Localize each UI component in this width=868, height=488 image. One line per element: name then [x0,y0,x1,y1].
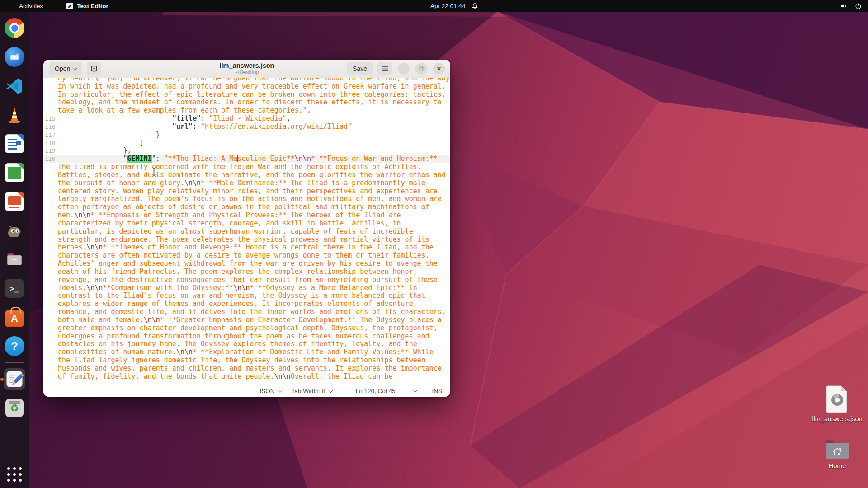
close-button[interactable] [433,63,445,75]
code-segment: revenge, and the destructive consequence… [58,276,438,284]
clock-button[interactable]: Apr 22 01:44 [430,0,478,12]
code-segment: **Comparison with the Odyssey:** [103,284,233,292]
menu-button[interactable] [377,62,392,75]
minimize-icon [401,66,406,71]
code-row[interactable]: death of his friend Patroclus. The poem … [43,268,450,276]
code-row[interactable]: contrast to the Iliad's focus on war and… [43,292,450,300]
input-mode: INS [432,388,442,394]
activities-button[interactable]: Activities [19,3,43,9]
show-apps-button[interactable] [7,467,22,482]
code-text: centered story. Women play relatively mi… [58,188,450,196]
code-row[interactable]: 116 "url": "https://en.wikipedia.org/wik… [43,123,450,131]
code-row[interactable]: ideals.\n\n**Comparison with the Odyssey… [43,284,450,292]
code-row[interactable]: characters are often motivated by a desi… [43,252,450,260]
code-row[interactable]: explores a wider range of themes and exp… [43,300,450,308]
code-row[interactable]: the pursuit of honor and glory.\n\n* **M… [43,179,450,188]
desktop-icon-home[interactable]: Home [803,438,868,469]
dock-item-chrome[interactable] [4,17,25,39]
code-text: explores a wider range of themes and exp… [58,300,450,308]
code-segment: \n\n [86,244,103,251]
maximize-button[interactable] [415,63,427,75]
code-row[interactable]: men.\n\n* **Emphasis on Strength and Phy… [43,211,450,220]
save-button[interactable]: Save [347,62,373,75]
dock-item-vlc[interactable] [4,104,25,126]
code-row[interactable]: In particular, the effect of epic litera… [43,91,450,99]
dock-item-vscode[interactable] [4,75,25,97]
open-button[interactable]: Open [49,62,82,75]
code-row[interactable]: by heart.\" [40]. So moreover, it can be… [43,78,450,83]
files-icon [5,250,24,269]
code-row[interactable]: both male and female.\n\n* **Greater Emp… [43,316,450,324]
dock-item-libreoffice-writer[interactable] [4,133,25,155]
code-row[interactable]: 119 }, [43,147,450,155]
code-row[interactable]: ideology, and the mindset of commanders.… [43,99,450,107]
dock-item-help[interactable]: ? [4,335,25,357]
code-segment: romance, and domestic life, and it delve… [58,308,446,316]
code-row[interactable]: husbands and wives, parents and children… [43,365,450,373]
focused-app-menu[interactable]: Text Editor [66,3,108,9]
editor-area[interactable]: by heart.\" [40]. So moreover, it can be… [43,78,450,385]
tab-width-selector[interactable]: Tab Width: 8 [292,388,332,394]
code-row[interactable]: the Iliad largely ignores domestic life,… [43,357,450,365]
line-number [43,284,58,292]
code-segment: \n\n [86,284,103,292]
code-segment: : [201,115,209,122]
code-row[interactable]: revenge, and the destructive consequence… [43,276,450,284]
dock-item-ubuntu-software[interactable]: A [4,306,25,328]
code-row[interactable]: Achilles' anger and subsequent withdrawa… [43,260,450,268]
code-row[interactable]: 117 } [43,131,450,139]
dock-item-thunderbird[interactable] [4,46,25,68]
code-row[interactable]: heroes.\n\n* **Themes of Honor and Reven… [43,244,450,252]
text-editor-icon [5,370,24,389]
chrome-icon [5,18,24,38]
dock-item-libreoffice-calc[interactable] [4,162,25,183]
code-row[interactable]: 115 "title": "Iliad - Wikipedia", [43,115,450,123]
code-row[interactable]: complexities of human nature.\n\n* **Exp… [43,348,450,357]
code-text: in which it was depicted, had a profound… [58,83,450,91]
line-number [43,220,58,228]
dock-item-gimp[interactable] [4,220,25,241]
code-segment [58,123,172,131]
code-row[interactable]: The Iliad is primarily concerned with th… [43,163,450,171]
cursor-position[interactable]: Ln 120, Col 45 [356,388,396,394]
code-row[interactable]: often portrayed as objects of desire or … [43,203,450,211]
code-row[interactable]: centered story. Women play relatively mi… [43,188,450,196]
code-segment: \n\n [274,373,291,380]
code-text: obstacles on his journey home. The Odyss… [58,340,450,348]
gimp-icon [5,221,24,240]
dock-item-terminal[interactable]: >_ [4,277,25,299]
code-row[interactable]: 118 ] [43,139,450,147]
dock-item-trash[interactable]: ♻ [4,397,25,419]
code-segment: husbands and wives, parents and children… [58,365,442,372]
mouse-ibeam-cursor [151,167,157,177]
code-row[interactable]: in which it was depicted, had a profound… [43,83,450,91]
dock-item-text-editor-active[interactable] [4,368,25,390]
code-segment: heroes. [58,244,86,251]
code-row[interactable]: characterized by their physical strength… [43,220,450,228]
system-status-area[interactable] [840,0,862,12]
code-row[interactable]: largely marginalized. The poem's focus i… [43,195,450,203]
desktop-icon-llm-answers[interactable]: llm_answers.json [803,385,868,422]
code-row[interactable]: of family, fidelity, and the bonds that … [43,373,450,381]
code-text: heroes.\n\n* **Themes of Honor and Reven… [58,244,450,252]
minimize-button[interactable] [398,63,410,75]
code-row[interactable]: particular, is depicted as an almost sup… [43,228,450,236]
code-row[interactable]: take a look at a few examples from each … [43,107,450,115]
code-row[interactable]: romance, and domestic life, and it delve… [43,308,450,316]
code-row[interactable]: undergoes a profound transformation thro… [43,333,450,341]
code-text: the Iliad largely ignores domestic life,… [58,357,450,365]
line-number [43,365,58,373]
code-row[interactable]: greater emphasis on character developmen… [43,324,450,333]
goto-line-selector[interactable] [413,389,416,393]
code-row[interactable]: strength and endurance. The poem celebra… [43,236,450,244]
language-selector[interactable]: JSON [259,388,282,394]
code-segment: explores a wider range of themes and exp… [58,300,417,308]
code-row[interactable]: obstacles on his journey home. The Odyss… [43,340,450,348]
new-tab-button[interactable] [87,62,101,75]
power-icon [855,3,862,9]
code-row[interactable]: 120 "GEMINI": "**The Iliad: A Masculine … [43,155,450,163]
code-row[interactable]: Battles, sieges, and duels dominate the … [43,171,450,179]
dock-item-files[interactable] [4,249,25,270]
dock-item-libreoffice-impress[interactable] [4,191,25,212]
line-number [43,252,58,260]
